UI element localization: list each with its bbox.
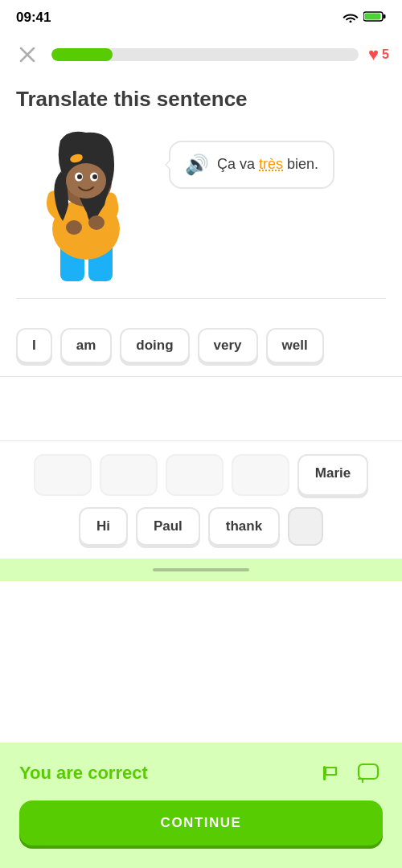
svg-point-10 [66,163,106,199]
correct-text: You are correct [19,763,148,784]
correct-header: You are correct [19,759,383,788]
svg-point-14 [92,174,97,179]
lesson-title: Translate this sentence [16,87,386,112]
hearts-count: 5 [382,47,389,62]
progress-bar-fill [51,48,113,61]
bank-chip-hi[interactable]: Hi [79,507,128,546]
word-bank-row-1: Marie [16,454,386,496]
svg-point-16 [66,220,82,235]
sentence-highlight: très [259,156,283,172]
svg-point-13 [77,174,82,179]
wifi-icon [343,10,359,26]
continue-button[interactable]: CONTINUE [19,800,383,845]
main-content: Translate this sentence [0,74,402,299]
svg-rect-19 [359,764,378,779]
status-time: 09:41 [16,10,51,26]
word-chip-well[interactable]: well [266,328,324,363]
close-button[interactable] [13,40,42,69]
battery-icon [363,10,386,26]
chat-button[interactable] [354,759,383,788]
flag-button[interactable] [315,759,344,788]
word-chip-i[interactable]: I [16,328,52,363]
home-bar [153,568,249,571]
word-bank: Marie Hi Paul thank [0,441,402,559]
bank-chip-marie[interactable]: Marie [297,454,368,496]
heart-icon: ♥ [368,44,379,65]
word-chip-very[interactable]: very [198,328,258,363]
bank-slot-5 [288,507,323,546]
answer-area [0,377,402,441]
correct-panel: You are correct CONTINUE [0,743,402,868]
svg-rect-2 [365,13,381,19]
home-indicator [0,559,402,581]
hearts-display: ♥ 5 [368,44,389,65]
bank-chip-thank[interactable]: thank [208,507,280,546]
character [16,125,161,285]
character-area: 🔊 Ça va très bien. [16,125,386,299]
speaker-icon[interactable]: 🔊 [185,154,209,176]
bank-slot-4 [232,454,289,496]
speech-bubble: 🔊 Ça va très bien. [169,141,334,189]
svg-point-17 [88,215,105,230]
bank-slot-2 [100,454,158,496]
bank-slot-3 [166,454,224,496]
word-chip-am[interactable]: am [60,328,113,363]
sentence-part-3: bien. [283,156,318,172]
bank-chip-paul[interactable]: Paul [136,507,200,546]
status-icons [343,10,386,26]
top-nav: ♥ 5 [0,35,402,74]
sentence-text: Ça va très bien. [217,154,318,174]
correct-action-icons [315,759,383,788]
progress-bar [51,48,359,61]
word-bank-row-2: Hi Paul thank [16,507,386,546]
svg-rect-1 [384,14,386,18]
word-chip-doing[interactable]: doing [120,328,189,363]
sentence-part-1: Ça va [217,156,259,172]
bank-slot-1 [34,454,92,496]
selected-words-area: I am doing very well [0,315,402,377]
status-bar: 09:41 [0,0,402,35]
